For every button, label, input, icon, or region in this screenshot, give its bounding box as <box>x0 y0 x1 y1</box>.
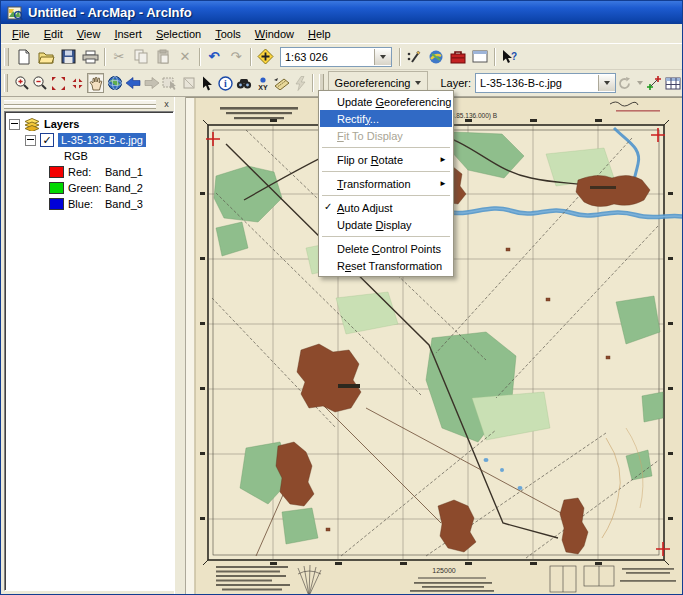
add-data-button[interactable] <box>255 47 275 67</box>
whats-this-button[interactable]: ? <box>499 47 519 67</box>
redo-button[interactable]: ↷ <box>226 47 246 67</box>
open-folder-button[interactable] <box>36 47 56 67</box>
menu-selection[interactable]: Selection <box>149 26 208 42</box>
view-link-table-button[interactable] <box>665 73 682 93</box>
toc-map-splitter[interactable] <box>174 97 186 594</box>
fixed-zoom-out-icon <box>70 76 85 91</box>
zoom-in-button[interactable] <box>13 73 30 93</box>
band-name-label: Band_1 <box>105 166 143 178</box>
chevron-down-icon <box>637 81 643 85</box>
menu-help[interactable]: Help <box>301 26 338 42</box>
save-button[interactable] <box>58 47 78 67</box>
menu-view[interactable]: View <box>70 26 108 42</box>
pan-tool-button[interactable] <box>87 73 104 93</box>
menu-window[interactable]: Window <box>248 26 301 42</box>
menu-item-update-georeferencing[interactable]: Update Georeferencing <box>320 93 452 110</box>
editor-toolbar-button[interactable] <box>404 47 424 67</box>
menu-separator <box>322 171 450 172</box>
add-control-points-button[interactable] <box>646 73 663 93</box>
menu-item-flip-or-rotate[interactable]: Flip or Rotate ► <box>320 151 452 168</box>
zoom-out-button[interactable] <box>32 73 49 93</box>
find-button[interactable] <box>236 73 253 93</box>
copy-button[interactable] <box>131 47 151 67</box>
globe-sphere-icon <box>428 49 444 65</box>
menu-item-update-display[interactable]: Update Display <box>320 216 452 233</box>
measure-ruler-icon <box>273 77 290 90</box>
toc-band-row-blue[interactable]: Blue: Band_3 <box>7 196 171 212</box>
band-name-label: Band_3 <box>105 198 143 210</box>
menu-separator <box>322 236 450 237</box>
rotate-tool-button[interactable] <box>617 73 634 93</box>
toc-composite-row[interactable]: RGB <box>7 148 171 164</box>
menu-item-delete-control-points[interactable]: Delete Control Points <box>320 240 452 257</box>
lightning-bolt-icon <box>295 76 306 91</box>
layer-value: L-35-136-B-c.jpg <box>476 77 598 89</box>
select-features-icon <box>162 76 178 90</box>
scale-dropdown-button[interactable] <box>374 49 391 65</box>
select-features-button[interactable] <box>162 73 179 93</box>
delete-button[interactable]: ✕ <box>175 47 195 67</box>
menu-bar: File Edit View Insert Selection Tools Wi… <box>1 24 682 44</box>
new-document-button[interactable] <box>14 47 34 67</box>
layer-combobox[interactable]: L-35-136-B-c.jpg <box>475 73 616 93</box>
menu-separator <box>322 147 450 148</box>
toc-band-row-green[interactable]: Green: Band_2 <box>7 180 171 196</box>
measure-button[interactable] <box>273 73 290 93</box>
select-elements-button[interactable] <box>199 73 216 93</box>
rotate-dropdown-button[interactable] <box>635 73 644 93</box>
band-name-label: Band_2 <box>105 182 143 194</box>
hyperlink-button[interactable] <box>292 73 309 93</box>
full-extent-globe-icon <box>107 75 123 91</box>
menu-item-rectify[interactable]: Rectify... <box>320 110 452 127</box>
identify-button[interactable]: i <box>217 73 234 93</box>
collapse-expander-icon[interactable] <box>25 135 36 146</box>
launch-globe-button[interactable] <box>426 47 446 67</box>
toolbar-grip[interactable] <box>4 48 9 66</box>
full-extent-button[interactable] <box>106 73 123 93</box>
copy-icon <box>134 49 148 64</box>
toc-root-label: Layers <box>44 118 79 130</box>
scale-value: 1:63 026 <box>281 51 374 63</box>
clear-selection-button[interactable] <box>180 73 197 93</box>
select-elements-cursor-icon <box>201 76 213 91</box>
add-control-points-icon <box>646 75 662 91</box>
go-forward-extent-button[interactable] <box>143 73 160 93</box>
menu-edit[interactable]: Edit <box>37 26 70 42</box>
go-to-xy-button[interactable]: XY <box>254 73 271 93</box>
map-scale-text: 125000 <box>432 567 455 574</box>
menu-item-transformation[interactable]: Transformation ► <box>320 175 452 192</box>
band-channel-label: Red: <box>68 166 105 178</box>
chevron-down-icon <box>604 81 610 85</box>
go-back-extent-button[interactable] <box>125 73 142 93</box>
toc-drag-grip[interactable] <box>4 100 156 109</box>
cut-button[interactable]: ✂ <box>109 47 129 67</box>
svg-text:i: i <box>224 78 227 89</box>
print-button[interactable] <box>80 47 100 67</box>
fixed-zoom-in-button[interactable] <box>50 73 67 93</box>
toc-layer-row[interactable]: ✓ L-35-136-B-c.jpg <box>7 132 171 148</box>
toc-band-row-red[interactable]: Red: Band_1 <box>7 164 171 180</box>
scale-combobox[interactable]: 1:63 026 <box>280 47 392 67</box>
identify-icon: i <box>218 76 233 91</box>
layer-dropdown-button[interactable] <box>598 75 615 91</box>
town-label-smudge <box>338 384 360 388</box>
undo-button[interactable]: ↶ <box>204 47 224 67</box>
collapse-expander-icon[interactable] <box>9 119 20 130</box>
fixed-zoom-out-button[interactable] <box>69 73 86 93</box>
menu-insert[interactable]: Insert <box>107 26 149 42</box>
green-band-swatch <box>49 182 64 194</box>
menu-item-fit-to-display[interactable]: Fit To Display <box>320 127 452 144</box>
selected-layer-name[interactable]: L-35-136-B-c.jpg <box>58 133 146 147</box>
menu-file[interactable]: File <box>5 26 37 42</box>
tools-toolbar-grip[interactable] <box>4 74 8 92</box>
paste-button[interactable] <box>153 47 173 67</box>
menu-tools[interactable]: Tools <box>208 26 248 42</box>
toc-close-button[interactable]: x <box>159 98 174 112</box>
layers-stack-icon <box>24 118 40 131</box>
toc-root-row[interactable]: Layers <box>7 116 171 132</box>
command-line-button[interactable] <box>470 47 490 67</box>
arctoolbox-button[interactable] <box>448 47 468 67</box>
layer-visibility-checkbox[interactable]: ✓ <box>40 133 54 147</box>
menu-item-auto-adjust[interactable]: ✓ Auto Adjust <box>320 199 452 216</box>
menu-item-reset-transformation[interactable]: Reset Transformation <box>320 257 452 274</box>
